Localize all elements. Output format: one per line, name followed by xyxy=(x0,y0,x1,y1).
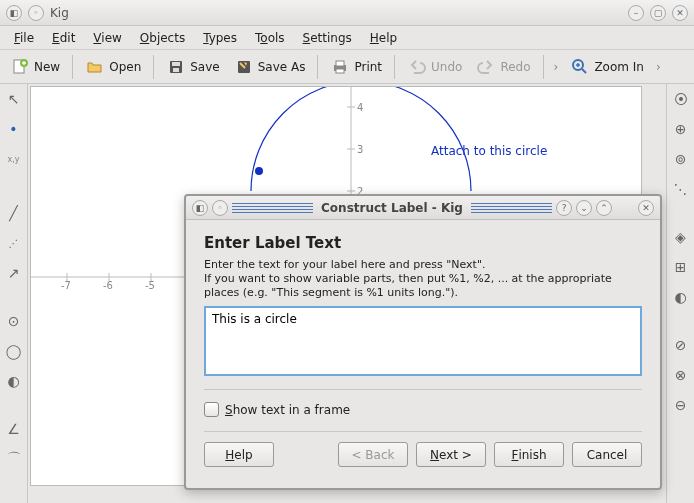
right-tool-3-icon[interactable]: ⊚ xyxy=(670,148,692,170)
dialog-min-icon[interactable]: ⌄ xyxy=(576,200,592,216)
right-tool-4-icon[interactable]: ⋱ xyxy=(670,178,692,200)
svg-rect-7 xyxy=(336,61,344,66)
print-icon xyxy=(330,57,350,77)
canvas-annotation: Attach to this circle xyxy=(431,144,547,158)
label-text-input[interactable] xyxy=(204,306,642,376)
chevron-right-icon[interactable]: › xyxy=(652,60,665,74)
svg-text:-6: -6 xyxy=(103,280,113,291)
window-titlebar: ◧ ◦ Kig – ▢ ✕ xyxy=(0,0,694,26)
help-button[interactable]: Help xyxy=(204,442,274,467)
redo-label: Redo xyxy=(500,60,530,74)
separator xyxy=(72,55,73,79)
right-tool-8-icon[interactable]: ⊘ xyxy=(670,334,692,356)
toolbar: New Open Save Save As Print Undo Redo › … xyxy=(0,50,694,84)
menu-view[interactable]: View xyxy=(85,28,129,48)
point-tool-icon[interactable]: • xyxy=(3,118,25,140)
right-tool-7-icon[interactable]: ◐ xyxy=(670,286,692,308)
dialog-description: Enter the text for your label here and p… xyxy=(204,258,642,300)
redo-button[interactable]: Redo xyxy=(470,53,536,81)
angle-tool-icon[interactable]: ∠ xyxy=(3,418,25,440)
svg-text:-5: -5 xyxy=(145,280,155,291)
line-tool-icon[interactable]: ╱ xyxy=(3,202,25,224)
dialog-app-icon[interactable]: ◧ xyxy=(192,200,208,216)
dialog-help-icon[interactable]: ? xyxy=(556,200,572,216)
menu-file[interactable]: File xyxy=(6,28,42,48)
construct-label-dialog: ◧ ◦ Construct Label - Kig ? ⌄ ⌃ ✕ Enter … xyxy=(184,194,662,490)
svg-rect-8 xyxy=(336,69,344,73)
svg-text:3: 3 xyxy=(357,144,363,155)
dialog-close-icon[interactable]: ✕ xyxy=(638,200,654,216)
cancel-button[interactable]: Cancel xyxy=(572,442,642,467)
open-button[interactable]: Open xyxy=(79,53,147,81)
left-toolbox: ↖ • x,y ╱ ⋰ ↗ ⊙ ◯ ◐ ∠ ⌒ xyxy=(0,84,28,503)
save-icon xyxy=(166,57,186,77)
arc-tool-icon[interactable]: ⌒ xyxy=(3,448,25,470)
dialog-max-icon[interactable]: ⌃ xyxy=(596,200,612,216)
separator xyxy=(204,389,642,390)
circle-3pts-tool-icon[interactable]: ◯ xyxy=(3,340,25,362)
svg-text:4: 4 xyxy=(357,102,363,113)
open-label: Open xyxy=(109,60,141,74)
menu-help[interactable]: Help xyxy=(362,28,405,48)
frame-checkbox[interactable] xyxy=(204,402,219,417)
pointer-tool-icon[interactable]: ↖ xyxy=(3,88,25,110)
right-tool-2-icon[interactable]: ⊕ xyxy=(670,118,692,140)
new-button[interactable]: New xyxy=(4,53,66,81)
save-button[interactable]: Save xyxy=(160,53,225,81)
titlebar-stripes xyxy=(232,203,313,213)
separator xyxy=(317,55,318,79)
redo-icon xyxy=(476,57,496,77)
right-toolbox: ⦿ ⊕ ⊚ ⋱ ◈ ⊞ ◐ ⊘ ⊗ ⊖ xyxy=(666,84,694,503)
svg-text:-7: -7 xyxy=(61,280,71,291)
segment-dots-tool-icon[interactable]: ⋰ xyxy=(3,232,25,254)
right-tool-6-icon[interactable]: ⊞ xyxy=(670,256,692,278)
zoomin-icon xyxy=(570,57,590,77)
print-button[interactable]: Print xyxy=(324,53,388,81)
new-label: New xyxy=(34,60,60,74)
chevron-right-icon[interactable]: › xyxy=(550,60,563,74)
maximize-icon[interactable]: ▢ xyxy=(650,5,666,21)
zoomin-button[interactable]: Zoom In xyxy=(564,53,650,81)
zoomin-label: Zoom In xyxy=(594,60,644,74)
undo-label: Undo xyxy=(431,60,462,74)
next-button[interactable]: Next > xyxy=(416,442,486,467)
saveas-label: Save As xyxy=(258,60,306,74)
saveas-icon xyxy=(234,57,254,77)
separator xyxy=(153,55,154,79)
xy-tool-icon[interactable]: x,y xyxy=(3,148,25,170)
frame-checkbox-label: Show text in a frame xyxy=(225,403,350,417)
titlebar-stripes xyxy=(471,203,552,213)
close-icon[interactable]: ✕ xyxy=(672,5,688,21)
separator xyxy=(394,55,395,79)
undo-button[interactable]: Undo xyxy=(401,53,468,81)
open-icon xyxy=(85,57,105,77)
new-icon xyxy=(10,57,30,77)
right-tool-9-icon[interactable]: ⊗ xyxy=(670,364,692,386)
dialog-titlebar[interactable]: ◧ ◦ Construct Label - Kig ? ⌄ ⌃ ✕ xyxy=(186,196,660,220)
menu-objects[interactable]: Objects xyxy=(132,28,193,48)
conic-tool-icon[interactable]: ◐ xyxy=(3,370,25,392)
undo-icon xyxy=(407,57,427,77)
dialog-pin-icon[interactable]: ◦ xyxy=(212,200,228,216)
pin-icon[interactable]: ◦ xyxy=(28,5,44,21)
save-label: Save xyxy=(190,60,219,74)
window-title: Kig xyxy=(50,6,622,20)
right-tool-10-icon[interactable]: ⊖ xyxy=(670,394,692,416)
print-label: Print xyxy=(354,60,382,74)
menu-tools[interactable]: Tools xyxy=(247,28,293,48)
segment-tool-icon[interactable]: ↗ xyxy=(3,262,25,284)
svg-rect-3 xyxy=(172,62,180,66)
right-tool-1-icon[interactable]: ⦿ xyxy=(670,88,692,110)
separator xyxy=(204,431,642,432)
saveas-button[interactable]: Save As xyxy=(228,53,312,81)
finish-button[interactable]: Finish xyxy=(494,442,564,467)
circle-center-tool-icon[interactable]: ⊙ xyxy=(3,310,25,332)
app-menu-icon[interactable]: ◧ xyxy=(6,5,22,21)
dialog-heading: Enter Label Text xyxy=(204,234,642,252)
right-tool-5-icon[interactable]: ◈ xyxy=(670,226,692,248)
menu-settings[interactable]: Settings xyxy=(295,28,360,48)
menu-edit[interactable]: Edit xyxy=(44,28,83,48)
back-button[interactable]: < Back xyxy=(338,442,408,467)
minimize-icon[interactable]: – xyxy=(628,5,644,21)
menu-types[interactable]: Types xyxy=(195,28,245,48)
